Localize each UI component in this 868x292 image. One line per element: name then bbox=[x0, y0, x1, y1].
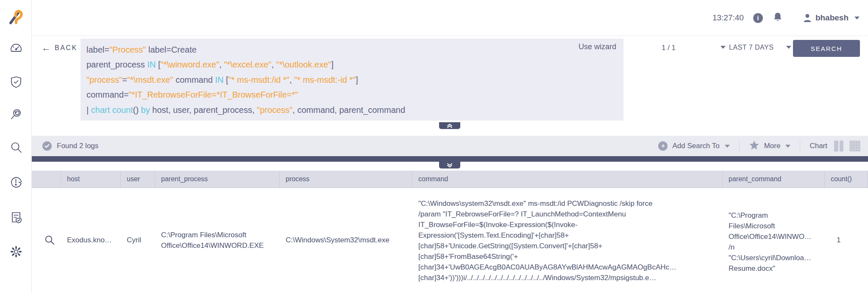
back-arrow-icon: ← bbox=[42, 42, 51, 53]
time-range-select[interactable]: LAST 7 DAYS bbox=[729, 44, 773, 51]
results-toolbar: Found 2 logs + Add Search To More Chart bbox=[32, 136, 868, 156]
table-body: Exodus.kno…CyrilC:\Program Files\Microso… bbox=[32, 188, 868, 292]
more-button[interactable]: More bbox=[749, 140, 791, 152]
toolbar-divider bbox=[739, 140, 740, 152]
query-line: "process"="*\msdt.exe" command IN ["* ms… bbox=[86, 73, 618, 87]
add-search-to-button[interactable]: + Add Search To bbox=[658, 141, 729, 151]
query-input[interactable]: label="Process" label=Createparent_proce… bbox=[81, 39, 623, 121]
shield-check-icon[interactable] bbox=[9, 75, 23, 89]
cell-command: "C:\Windows\system32\msdt.exe" ms-msdt:/… bbox=[412, 188, 723, 292]
clock: 13:27:40 bbox=[712, 13, 744, 22]
sidebar bbox=[0, 0, 32, 292]
query-line: parent_process IN ["*\winword.exe", "*\e… bbox=[86, 57, 618, 72]
username: bhabesh bbox=[815, 13, 849, 22]
cell-count: 1 bbox=[825, 188, 868, 292]
results-table: hostuserparent_processprocesscommandpare… bbox=[32, 171, 868, 292]
column-header-command[interactable]: command bbox=[412, 171, 723, 188]
star-icon bbox=[749, 140, 760, 152]
found-logs-status: Found 2 logs bbox=[57, 142, 98, 150]
cell-user: Cyril bbox=[121, 188, 155, 292]
search-icon[interactable] bbox=[9, 141, 23, 154]
time-range-chevron-down-icon[interactable] bbox=[786, 46, 791, 49]
collapse-query-button[interactable] bbox=[439, 122, 460, 129]
row-inspect-icon[interactable] bbox=[32, 188, 61, 292]
column-header-user[interactable]: user bbox=[121, 171, 155, 188]
column-header-process[interactable]: process bbox=[280, 171, 412, 188]
section-divider-bar bbox=[32, 156, 868, 162]
cell-parent_process: C:\Program Files\Microsoft Office\Office… bbox=[155, 188, 280, 292]
page-chevron-down-icon[interactable] bbox=[721, 46, 726, 49]
magnifier-clock-icon[interactable] bbox=[9, 107, 23, 121]
cell-process: C:\Windows\System32\msdt.exe bbox=[280, 188, 412, 292]
chevron-down-icon bbox=[785, 145, 790, 148]
gauge-icon[interactable] bbox=[9, 42, 23, 55]
app-root: 13:27:40 i bhabesh ← BACK label="Process… bbox=[0, 0, 868, 292]
table-header-row: hostuserparent_processprocesscommandpare… bbox=[32, 171, 868, 188]
columns-view-icon[interactable] bbox=[834, 140, 843, 152]
alert-circle-icon[interactable] bbox=[9, 175, 23, 189]
query-line: label="Process" label=Create bbox=[86, 42, 618, 57]
chart-toggle-group: Chart bbox=[810, 140, 860, 152]
toolbar-right: + Add Search To More Chart bbox=[658, 140, 868, 152]
gear-icon[interactable] bbox=[9, 245, 23, 258]
column-header-icon[interactable] bbox=[32, 171, 61, 188]
report-shield-icon[interactable] bbox=[9, 211, 23, 224]
column-header-count[interactable]: count() bbox=[825, 171, 868, 188]
chart-label: Chart bbox=[810, 142, 827, 150]
logpoint-logo-icon[interactable] bbox=[8, 8, 24, 26]
table-row: Exodus.kno…CyrilC:\Program Files\Microso… bbox=[32, 188, 868, 292]
bell-icon[interactable] bbox=[773, 12, 782, 24]
chevron-down-icon bbox=[725, 145, 730, 148]
cell-parent_command: "C:\Program Files\Microsoft Office\Offic… bbox=[723, 188, 825, 292]
toolbar-divider bbox=[800, 140, 800, 152]
query-line: command="*IT_RebrowseForFile=*IT_BrowseF… bbox=[86, 87, 618, 102]
info-icon[interactable]: i bbox=[753, 13, 763, 23]
check-circle-icon bbox=[42, 141, 52, 151]
column-header-parent_process[interactable]: parent_process bbox=[155, 171, 280, 188]
use-wizard-link[interactable]: Use wizard bbox=[579, 42, 616, 51]
search-button[interactable]: SEARCH bbox=[793, 40, 860, 57]
cell-host: Exodus.kno… bbox=[61, 188, 121, 292]
user-icon bbox=[803, 13, 812, 22]
grid-view-icon[interactable] bbox=[849, 140, 860, 152]
page-indicator: 1 / 1 bbox=[662, 44, 676, 52]
user-menu[interactable]: bhabesh bbox=[803, 13, 860, 22]
query-line: | chart count() by host, user, parent_pr… bbox=[86, 103, 618, 118]
column-header-host[interactable]: host bbox=[61, 171, 121, 188]
plus-circle-icon: + bbox=[658, 141, 668, 151]
column-header-parent_command[interactable]: parent_command bbox=[723, 171, 825, 188]
expand-results-button[interactable] bbox=[439, 162, 460, 168]
chevron-down-icon bbox=[854, 17, 860, 20]
top-bar: 13:27:40 i bhabesh bbox=[32, 0, 868, 36]
back-button[interactable]: ← BACK bbox=[42, 42, 78, 53]
